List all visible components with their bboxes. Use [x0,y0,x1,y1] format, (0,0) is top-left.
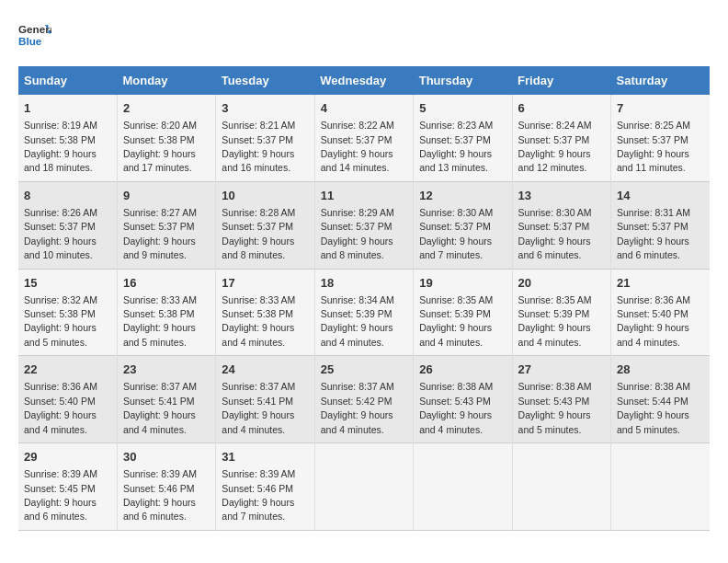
day-info: Sunrise: 8:36 AMSunset: 5:40 PMDaylight:… [617,294,690,348]
day-info: Sunrise: 8:23 AMSunset: 5:37 PMDaylight:… [419,120,493,173]
day-number: 11 [321,188,407,204]
logo-icon: General Blue [18,18,51,52]
day-number: 22 [24,362,111,378]
day-info: Sunrise: 8:30 AMSunset: 5:37 PMDaylight:… [518,207,592,260]
calendar-cell: 12Sunrise: 8:30 AMSunset: 5:37 PMDayligh… [414,181,512,269]
day-number: 26 [419,362,506,378]
day-info: Sunrise: 8:31 AMSunset: 5:37 PMDaylight:… [617,207,690,260]
day-number: 30 [123,449,210,465]
day-info: Sunrise: 8:32 AMSunset: 5:38 PMDaylight:… [24,294,97,348]
svg-text:General: General [18,23,51,35]
calendar-cell: 7Sunrise: 8:25 AMSunset: 5:37 PMDaylight… [611,95,710,181]
day-info: Sunrise: 8:39 AMSunset: 5:46 PMDaylight:… [123,468,197,522]
calendar-cell: 3Sunrise: 8:21 AMSunset: 5:37 PMDaylight… [216,95,314,181]
calendar-cell: 23Sunrise: 8:37 AMSunset: 5:41 PMDayligh… [117,356,215,443]
day-number: 10 [222,188,308,204]
calendar-cell: 1Sunrise: 8:19 AMSunset: 5:38 PMDaylight… [18,95,117,181]
day-info: Sunrise: 8:36 AMSunset: 5:40 PMDaylight:… [24,381,97,434]
calendar-cell [414,443,512,531]
day-number: 7 [617,100,704,117]
day-number: 27 [518,362,605,378]
day-number: 23 [123,362,210,378]
calendar-cell: 22Sunrise: 8:36 AMSunset: 5:40 PMDayligh… [18,356,117,443]
day-number: 5 [419,100,506,117]
day-info: Sunrise: 8:38 AMSunset: 5:44 PMDaylight:… [617,381,690,434]
calendar-cell: 29Sunrise: 8:39 AMSunset: 5:45 PMDayligh… [18,443,117,531]
day-number: 31 [222,449,308,465]
day-info: Sunrise: 8:39 AMSunset: 5:45 PMDaylight:… [24,468,97,522]
day-number: 4 [321,100,407,117]
day-number: 20 [518,275,605,292]
day-number: 6 [518,100,605,117]
calendar-cell [611,443,710,531]
calendar-cell: 10Sunrise: 8:28 AMSunset: 5:37 PMDayligh… [216,181,314,269]
day-number: 16 [123,275,210,292]
header-wednesday: Wednesday [314,66,413,95]
day-number: 28 [617,362,704,378]
calendar-cell: 26Sunrise: 8:38 AMSunset: 5:43 PMDayligh… [414,356,512,443]
day-info: Sunrise: 8:38 AMSunset: 5:43 PMDaylight:… [419,381,493,434]
calendar-cell: 19Sunrise: 8:35 AMSunset: 5:39 PMDayligh… [414,269,512,356]
header-tuesday: Tuesday [216,66,314,95]
calendar-cell: 14Sunrise: 8:31 AMSunset: 5:37 PMDayligh… [611,181,710,269]
day-info: Sunrise: 8:25 AMSunset: 5:37 PMDaylight:… [617,120,690,173]
day-info: Sunrise: 8:19 AMSunset: 5:38 PMDaylight:… [24,120,97,173]
day-info: Sunrise: 8:26 AMSunset: 5:37 PMDaylight:… [24,207,97,260]
header-friday: Friday [512,66,610,95]
calendar-cell: 21Sunrise: 8:36 AMSunset: 5:40 PMDayligh… [611,269,710,356]
calendar-cell [314,443,413,531]
calendar-cell: 17Sunrise: 8:33 AMSunset: 5:38 PMDayligh… [216,269,314,356]
svg-text:Blue: Blue [18,35,42,47]
day-info: Sunrise: 8:21 AMSunset: 5:37 PMDaylight:… [222,120,295,173]
calendar-cell: 25Sunrise: 8:37 AMSunset: 5:42 PMDayligh… [314,356,413,443]
day-info: Sunrise: 8:30 AMSunset: 5:37 PMDaylight:… [419,207,493,260]
calendar-cell: 30Sunrise: 8:39 AMSunset: 5:46 PMDayligh… [117,443,215,531]
logo: General Blue [18,18,51,52]
day-info: Sunrise: 8:33 AMSunset: 5:38 PMDaylight:… [222,294,295,348]
day-info: Sunrise: 8:27 AMSunset: 5:37 PMDaylight:… [123,207,197,260]
calendar-cell: 24Sunrise: 8:37 AMSunset: 5:41 PMDayligh… [216,356,314,443]
calendar-cell: 5Sunrise: 8:23 AMSunset: 5:37 PMDaylight… [414,95,512,181]
day-number: 13 [518,188,605,204]
day-info: Sunrise: 8:22 AMSunset: 5:37 PMDaylight:… [321,120,394,173]
day-number: 18 [321,275,407,292]
day-number: 2 [123,100,210,117]
calendar-cell: 6Sunrise: 8:24 AMSunset: 5:37 PMDaylight… [512,95,610,181]
calendar-cell: 27Sunrise: 8:38 AMSunset: 5:43 PMDayligh… [512,356,610,443]
day-info: Sunrise: 8:37 AMSunset: 5:41 PMDaylight:… [222,381,295,434]
calendar-week-row: 29Sunrise: 8:39 AMSunset: 5:45 PMDayligh… [18,443,710,531]
calendar-cell: 18Sunrise: 8:34 AMSunset: 5:39 PMDayligh… [314,269,413,356]
day-number: 25 [321,362,407,378]
calendar-cell: 28Sunrise: 8:38 AMSunset: 5:44 PMDayligh… [611,356,710,443]
day-number: 9 [123,188,210,204]
calendar-week-row: 1Sunrise: 8:19 AMSunset: 5:38 PMDaylight… [18,95,710,181]
header-sunday: Sunday [18,66,117,95]
day-number: 8 [24,188,111,204]
day-number: 21 [617,275,704,292]
calendar-table: SundayMondayTuesdayWednesdayThursdayFrid… [18,66,710,531]
header-monday: Monday [117,66,215,95]
calendar-cell: 11Sunrise: 8:29 AMSunset: 5:37 PMDayligh… [314,181,413,269]
header-thursday: Thursday [414,66,512,95]
day-number: 17 [222,275,308,292]
calendar-cell [512,443,610,531]
calendar-header-row: SundayMondayTuesdayWednesdayThursdayFrid… [18,66,710,95]
day-info: Sunrise: 8:34 AMSunset: 5:39 PMDaylight:… [321,294,394,348]
day-info: Sunrise: 8:37 AMSunset: 5:42 PMDaylight:… [321,381,394,434]
day-info: Sunrise: 8:24 AMSunset: 5:37 PMDaylight:… [518,120,592,173]
calendar-cell: 16Sunrise: 8:33 AMSunset: 5:38 PMDayligh… [117,269,215,356]
day-number: 15 [24,275,111,292]
calendar-week-row: 8Sunrise: 8:26 AMSunset: 5:37 PMDaylight… [18,181,710,269]
header-saturday: Saturday [611,66,710,95]
calendar-cell: 2Sunrise: 8:20 AMSunset: 5:38 PMDaylight… [117,95,215,181]
day-number: 24 [222,362,308,378]
calendar-cell: 20Sunrise: 8:35 AMSunset: 5:39 PMDayligh… [512,269,610,356]
day-number: 3 [222,100,308,117]
calendar-cell: 15Sunrise: 8:32 AMSunset: 5:38 PMDayligh… [18,269,117,356]
calendar-cell: 31Sunrise: 8:39 AMSunset: 5:46 PMDayligh… [216,443,314,531]
day-number: 29 [24,449,111,465]
day-info: Sunrise: 8:20 AMSunset: 5:38 PMDaylight:… [123,120,197,173]
day-info: Sunrise: 8:37 AMSunset: 5:41 PMDaylight:… [123,381,197,434]
day-info: Sunrise: 8:38 AMSunset: 5:43 PMDaylight:… [518,381,592,434]
calendar-cell: 9Sunrise: 8:27 AMSunset: 5:37 PMDaylight… [117,181,215,269]
